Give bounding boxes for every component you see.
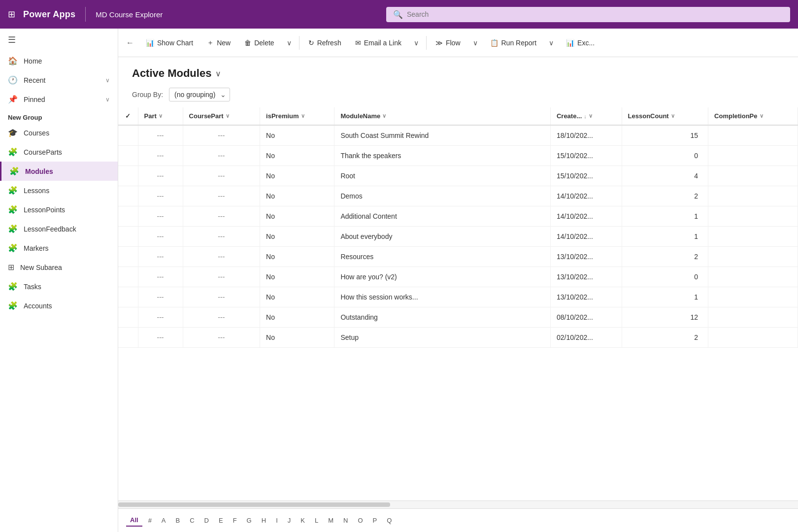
excel-button[interactable]: 📊 Exc...	[560, 36, 600, 50]
row-check-5[interactable]	[118, 227, 138, 247]
sidebar-item-courseparts[interactable]: 🧩 CourseParts	[0, 142, 118, 162]
horizontal-scrollbar[interactable]	[118, 500, 798, 508]
sidebar-item-newsubarea[interactable]: ⊞ New Subarea	[0, 258, 118, 277]
row-check-3[interactable]	[118, 186, 138, 206]
letter-btn-E[interactable]: E	[215, 515, 227, 526]
sidebar-item-pinned[interactable]: 📌 Pinned ∨	[0, 90, 118, 109]
col-created[interactable]: Create... ↓ ∨	[550, 107, 622, 125]
row-part-0: ---	[138, 125, 183, 146]
row-check-0[interactable]	[118, 125, 138, 146]
flow-dropdown[interactable]: ∨	[468, 36, 482, 50]
table-row[interactable]: --- --- No How this session works... 13/…	[118, 287, 798, 307]
table-row[interactable]: --- --- No South Coast Summit Rewind 18/…	[118, 125, 798, 146]
letter-btn-F[interactable]: F	[229, 515, 241, 526]
letter-btn-O[interactable]: O	[354, 515, 366, 526]
row-modulename-10[interactable]: Setup	[334, 328, 551, 348]
letter-btn-I[interactable]: I	[272, 515, 282, 526]
row-modulename-8[interactable]: How this session works...	[334, 287, 551, 307]
sidebar-item-accounts[interactable]: 🧩 Accounts	[0, 296, 118, 315]
table-row[interactable]: --- --- No Demos 14/10/202... 2	[118, 186, 798, 206]
letter-btn-B[interactable]: B	[172, 515, 184, 526]
sidebar-item-home[interactable]: 🏠 Home	[0, 51, 118, 70]
row-check-6[interactable]	[118, 247, 138, 267]
row-modulename-4[interactable]: Additional Content	[334, 206, 551, 227]
grid-icon[interactable]: ⊞	[8, 9, 15, 20]
sidebar-item-lessonfeedback[interactable]: 🧩 LessonFeedback	[0, 219, 118, 238]
letter-btn-P[interactable]: P	[369, 515, 381, 526]
sidebar-item-courses[interactable]: 🎓 Courses	[0, 123, 118, 142]
letter-btn-K[interactable]: K	[297, 515, 309, 526]
letter-btn-N[interactable]: N	[339, 515, 352, 526]
row-check-7[interactable]	[118, 267, 138, 287]
sidebar-item-recent[interactable]: 🕐 Recent ∨	[0, 70, 118, 90]
row-modulename-7[interactable]: How are you? (v2)	[334, 267, 551, 287]
flow-button[interactable]: ≫ Flow	[430, 36, 466, 50]
page-title-chevron-icon[interactable]: ∨	[215, 69, 221, 78]
row-modulename-9[interactable]: Outstanding	[334, 307, 551, 328]
sidebar-item-tasks[interactable]: 🧩 Tasks	[0, 277, 118, 296]
col-check[interactable]: ✓	[118, 107, 138, 125]
col-completionpe[interactable]: CompletionPe ∨	[708, 107, 798, 125]
row-part-3: ---	[138, 186, 183, 206]
groupby-wrapper[interactable]: (no grouping)	[169, 88, 230, 101]
letter-btn-All[interactable]: All	[126, 514, 142, 527]
email-dropdown[interactable]: ∨	[409, 36, 423, 50]
row-check-10[interactable]	[118, 328, 138, 348]
table-row[interactable]: --- --- No Additional Content 14/10/202.…	[118, 206, 798, 227]
scrollbar-thumb[interactable]	[118, 502, 390, 507]
back-button[interactable]: ←	[122, 35, 138, 51]
table-row[interactable]: --- --- No Setup 02/10/202... 2	[118, 328, 798, 348]
row-modulename-5[interactable]: About everybody	[334, 227, 551, 247]
groupby-select[interactable]: (no grouping)	[169, 88, 230, 101]
letter-btn-A[interactable]: A	[158, 515, 170, 526]
refresh-button[interactable]: ↻ Refresh	[302, 36, 347, 50]
sidebar-item-modules[interactable]: 🧩 Modules	[0, 162, 118, 181]
row-modulename-0[interactable]: South Coast Summit Rewind	[334, 125, 551, 146]
row-check-4[interactable]	[118, 206, 138, 227]
col-lessoncount[interactable]: LessonCount ∨	[622, 107, 708, 125]
col-modulename[interactable]: ModuleName ∨	[334, 107, 551, 125]
table-row[interactable]: --- --- No Outstanding 08/10/202... 12	[118, 307, 798, 328]
table-row[interactable]: --- --- No How are you? (v2) 13/10/202..…	[118, 267, 798, 287]
table-row[interactable]: --- --- No Resources 13/10/202... 2	[118, 247, 798, 267]
letter-btn-#[interactable]: #	[144, 515, 156, 526]
row-modulename-2[interactable]: Root	[334, 166, 551, 186]
letter-btn-M[interactable]: M	[324, 515, 337, 526]
letter-btn-C[interactable]: C	[186, 515, 198, 526]
table-row[interactable]: --- --- No About everybody 14/10/202... …	[118, 227, 798, 247]
table-row[interactable]: --- --- No Root 15/10/202... 4	[118, 166, 798, 186]
letter-btn-L[interactable]: L	[311, 515, 322, 526]
col-ispremium[interactable]: isPremium ∨	[260, 107, 334, 125]
groupby-row: Group By: (no grouping)	[118, 86, 798, 107]
delete-button[interactable]: 🗑 Delete	[238, 36, 280, 50]
email-link-button[interactable]: ✉ Email a Link	[349, 36, 407, 50]
letter-btn-H[interactable]: H	[258, 515, 270, 526]
col-coursepart[interactable]: CoursePart ∨	[183, 107, 260, 125]
row-check-9[interactable]	[118, 307, 138, 328]
row-check-2[interactable]	[118, 166, 138, 186]
new-button[interactable]: ＋ New	[201, 35, 236, 50]
table-body: --- --- No South Coast Summit Rewind 18/…	[118, 125, 798, 348]
search-icon: 🔍	[393, 10, 403, 19]
sidebar-item-markers[interactable]: 🧩 Markers	[0, 238, 118, 258]
row-check-1[interactable]	[118, 146, 138, 166]
hamburger-icon[interactable]: ☰	[8, 34, 16, 45]
show-chart-button[interactable]: 📊 Show Chart	[140, 36, 199, 50]
sidebar-item-lessonpoints[interactable]: 🧩 LessonPoints	[0, 200, 118, 219]
letter-btn-D[interactable]: D	[200, 515, 213, 526]
row-modulename-3[interactable]: Demos	[334, 186, 551, 206]
row-modulename-1[interactable]: Thank the speakers	[334, 146, 551, 166]
row-check-8[interactable]	[118, 287, 138, 307]
delete-dropdown[interactable]: ∨	[282, 36, 296, 50]
search-box[interactable]: 🔍	[386, 7, 790, 22]
run-report-button[interactable]: 📋 Run Report	[484, 36, 543, 50]
run-report-dropdown[interactable]: ∨	[544, 36, 558, 50]
letter-btn-J[interactable]: J	[284, 515, 295, 526]
search-input[interactable]	[407, 10, 783, 18]
letter-btn-G[interactable]: G	[243, 515, 256, 526]
col-part[interactable]: Part ∨	[138, 107, 183, 125]
row-modulename-6[interactable]: Resources	[334, 247, 551, 267]
letter-btn-Q[interactable]: Q	[383, 515, 396, 526]
table-row[interactable]: --- --- No Thank the speakers 15/10/202.…	[118, 146, 798, 166]
sidebar-item-lessons[interactable]: 🧩 Lessons	[0, 181, 118, 200]
